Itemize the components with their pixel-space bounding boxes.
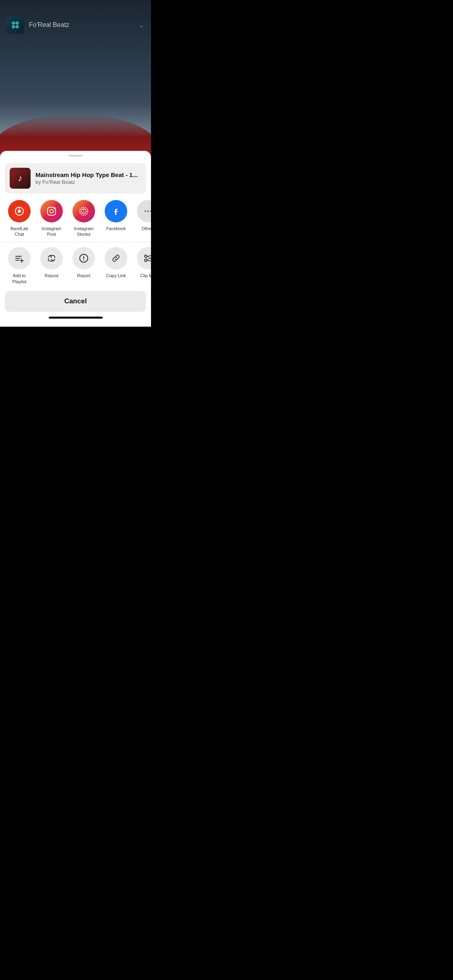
track-info: Mainstream Hip Hop Type Beat - 1... by F…	[35, 171, 141, 185]
bandlab-chat-label: BandLabChat	[10, 226, 28, 237]
svg-point-25	[83, 260, 84, 261]
share-row: BandLabChat InstagramPost	[0, 200, 151, 237]
playlist-add-icon	[14, 253, 25, 264]
svg-point-9	[54, 208, 55, 209]
add-to-playlist-icon	[8, 247, 31, 270]
bandlab-logo-icon	[14, 206, 25, 217]
facebook-label: Facebook	[106, 226, 126, 231]
clip-label: Clip M...	[140, 273, 151, 278]
svg-rect-0	[11, 21, 16, 25]
header-bar: Fo'Real Beatz ⌄	[0, 16, 151, 34]
instagram-post-icon	[40, 200, 63, 222]
svg-point-26	[145, 255, 147, 257]
action-copy-link[interactable]: Copy Link	[103, 247, 129, 284]
instagram-stories-logo-icon	[79, 206, 89, 216]
avatar	[6, 16, 24, 34]
cancel-button[interactable]: Cancel	[5, 291, 146, 312]
svg-rect-3	[15, 25, 19, 29]
track-title: Mainstream Hip Hop Type Beat - 1...	[35, 171, 141, 178]
svg-point-8	[50, 209, 54, 213]
facebook-icon	[105, 200, 127, 222]
instagram-post-label: InstagramPost	[42, 226, 62, 237]
action-add-to-playlist[interactable]: Add toPlaylist	[6, 247, 32, 284]
divider	[0, 242, 151, 242]
scissors-icon	[143, 253, 151, 264]
report-label: Report	[77, 273, 90, 278]
repost-icon	[40, 247, 63, 270]
repost-arrows-icon	[46, 253, 57, 264]
add-to-playlist-label: Add toPlaylist	[12, 273, 27, 284]
bandlab-chat-icon	[8, 200, 31, 222]
svg-rect-2	[11, 25, 16, 29]
share-instagram-stories[interactable]: InstagramStories	[71, 200, 97, 237]
action-row: Add toPlaylist Repost	[0, 247, 151, 284]
header-title: Fo'Real Beatz	[29, 21, 139, 29]
music-note-icon: ♪	[18, 173, 23, 183]
share-other[interactable]: Othe...	[135, 200, 151, 237]
logo-icon	[10, 19, 21, 31]
facebook-logo-icon	[111, 206, 121, 216]
track-artist: by Fo'Real Beatz	[35, 179, 141, 185]
drag-handle[interactable]	[68, 155, 83, 156]
share-bandlab-chat[interactable]: BandLabChat	[6, 200, 32, 237]
share-instagram-post[interactable]: InstagramPost	[39, 200, 64, 237]
other-label: Othe...	[141, 226, 151, 231]
chevron-down-icon[interactable]: ⌄	[139, 21, 145, 29]
repost-label: Repost	[45, 273, 59, 278]
svg-point-15	[145, 210, 146, 212]
action-repost[interactable]: Repost	[39, 247, 64, 284]
svg-line-29	[147, 260, 151, 262]
instagram-stories-label: InstagramStories	[74, 226, 94, 237]
other-share-icon	[137, 200, 151, 222]
action-clip[interactable]: Clip M...	[135, 247, 151, 284]
more-dots-icon	[143, 206, 151, 216]
track-thumbnail: ♪	[10, 168, 31, 189]
bottom-sheet: ♪ Mainstream Hip Hop Type Beat - 1... by…	[0, 151, 151, 327]
action-report[interactable]: Report	[71, 247, 97, 284]
link-icon	[111, 253, 121, 264]
svg-point-27	[145, 259, 147, 261]
exclamation-circle-icon	[79, 253, 89, 264]
copy-link-label: Copy Link	[106, 273, 126, 278]
svg-point-10	[80, 207, 88, 215]
clip-icon	[137, 247, 151, 270]
share-facebook[interactable]: Facebook	[103, 200, 129, 237]
instagram-logo-icon	[46, 206, 57, 216]
svg-point-16	[147, 210, 149, 212]
svg-point-5	[18, 210, 21, 213]
track-card: ♪ Mainstream Hip Hop Type Beat - 1... by…	[5, 163, 146, 194]
svg-point-17	[150, 210, 151, 212]
report-icon	[72, 247, 95, 270]
instagram-stories-icon	[72, 200, 95, 222]
home-indicator	[49, 317, 103, 319]
copy-link-icon	[105, 247, 127, 270]
svg-rect-1	[15, 21, 19, 25]
svg-line-28	[147, 255, 151, 257]
